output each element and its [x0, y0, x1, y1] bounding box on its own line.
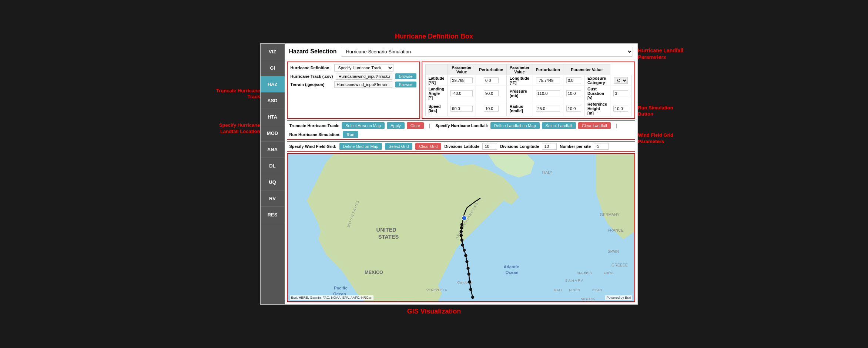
svg-text:Ocean: Ocean: [505, 270, 518, 275]
landing-angle-pert[interactable]: [476, 86, 506, 101]
map-container[interactable]: M O U N T A I N S A P P A L A C H I A N …: [287, 153, 636, 302]
radius-label: Radius [nmile]: [506, 101, 533, 116]
svg-point-34: [459, 234, 462, 237]
svg-point-29: [465, 260, 468, 263]
action-row: Truncate Hurricane Track: Select Area on…: [287, 120, 636, 140]
param-row-2: Landing Angle [°] Pressure [mb] Gust Dur…: [425, 86, 631, 101]
svg-text:Pacific: Pacific: [334, 286, 348, 290]
ref-height-label: Reference Height [m]: [584, 101, 610, 116]
sidebar-item-asd[interactable]: ASD: [261, 93, 285, 109]
col-label-1: [425, 64, 448, 75]
exposure-select: C: [614, 77, 628, 84]
truncate-clear-button[interactable]: Clear: [407, 122, 424, 129]
scenario-select[interactable]: Hurricane Scenario Simulation: [341, 47, 633, 57]
map-svg: M O U N T A I N S A P P A L A C H I A N …: [288, 154, 635, 302]
svg-point-36: [460, 226, 463, 229]
col-param-2: Parameter Value: [506, 64, 533, 75]
gust-duration-label: Gust Duration [s]: [584, 86, 610, 101]
svg-point-32: [461, 243, 464, 246]
parameters-panel: Parameter Value Perturbation Parameter V…: [422, 62, 636, 119]
svg-text:UNITED: UNITED: [376, 226, 396, 232]
svg-text:MEXICO: MEXICO: [365, 270, 383, 275]
map-attribution-right: Powered by Esri: [605, 295, 633, 300]
page-title: Hazard Selection: [289, 48, 337, 55]
annotation-run-simulation: Run Simulation Button: [638, 105, 686, 117]
terrain-input[interactable]: [334, 81, 392, 88]
param-row-1: Latitude [°N] Longitude [°E] Exposure Ca…: [425, 75, 631, 86]
sidebar-item-rv[interactable]: RV: [261, 190, 285, 207]
pressure-value[interactable]: [533, 86, 563, 101]
annotation-landfall-params: Hurricane Landfall Parameters: [638, 47, 686, 60]
exposure-label: Exposure Category: [584, 75, 610, 86]
terrain-browse-button[interactable]: Browse: [395, 82, 416, 87]
parameters-table: Parameter Value Perturbation Parameter V…: [425, 64, 632, 116]
truncate-apply-button[interactable]: Apply: [387, 122, 405, 129]
sidebar-item-uq[interactable]: UQ: [261, 174, 285, 190]
hurricane-definition-label: Hurricane Definition: [291, 66, 331, 70]
svg-point-30: [464, 254, 467, 257]
num-per-site-label: Number per site: [560, 144, 591, 149]
svg-point-37: [460, 223, 463, 226]
landing-angle-value[interactable]: [448, 86, 476, 101]
speed-pert[interactable]: [476, 101, 506, 116]
sidebar-item-mod[interactable]: MOD: [261, 125, 285, 142]
landing-angle-label: Landing Angle [°]: [425, 86, 448, 101]
svg-text:VENEZUELA: VENEZUELA: [426, 288, 447, 292]
num-per-site-input[interactable]: [594, 143, 609, 150]
svg-point-24: [471, 295, 474, 298]
hurricane-track-input[interactable]: [336, 73, 392, 80]
define-grid-button[interactable]: Define Grid on Map: [339, 143, 382, 150]
sidebar-item-res[interactable]: RES: [261, 207, 285, 223]
map-attribution-left: Esri, HERE, Garmin, FAO, NOAA, EPA, AAFC…: [290, 295, 374, 300]
sidebar-item-gi[interactable]: GI: [261, 60, 285, 76]
speed-label: Speed [kts]: [425, 101, 448, 116]
div-lat-input[interactable]: [482, 143, 497, 150]
svg-text:SPAIN: SPAIN: [607, 249, 619, 253]
sidebar-item-haz[interactable]: HAZ: [261, 76, 285, 93]
truncate-select-area-button[interactable]: Select Area on Map: [342, 122, 385, 129]
lat-value[interactable]: [448, 75, 476, 86]
svg-text:LIBYA: LIBYA: [604, 271, 614, 275]
radius-value[interactable]: [533, 101, 563, 116]
define-landfall-button[interactable]: Define Landfall on Map: [490, 122, 540, 129]
svg-point-26: [468, 280, 471, 283]
clear-landfall-button[interactable]: Clear Landfall: [578, 122, 611, 129]
run-button[interactable]: Run: [343, 131, 358, 138]
truncate-label: Truncate Hurricane Track:: [289, 123, 340, 128]
div-lon-label: Divisions Longitude: [500, 144, 539, 149]
header: Hazard Selection Hurricane Scenario Simu…: [285, 44, 638, 60]
hurricane-definition-select[interactable]: Specify Hurricane Track: [334, 64, 393, 72]
select-landfall-button[interactable]: Select Landfall: [542, 122, 576, 129]
param-row-3: Speed [kts] Radius [nmile] Reference Hei…: [425, 101, 631, 116]
annotation-truncate: Truncate Hurricane Track: [212, 88, 260, 100]
sidebar-item-ana[interactable]: ANA: [261, 142, 285, 158]
svg-point-28: [466, 266, 469, 269]
col-param-1: Parameter Value: [448, 64, 476, 75]
select-grid-button[interactable]: Select Grid: [385, 143, 412, 150]
lon-value[interactable]: [533, 75, 563, 86]
specify-landfall-label: Specify Hurricane Landfall:: [435, 123, 488, 128]
pressure-label: Pressure [mb]: [506, 86, 533, 101]
svg-text:ALGERIA: ALGERIA: [577, 271, 592, 275]
sidebar-item-hta[interactable]: HTA: [261, 109, 285, 125]
lat-pert[interactable]: [476, 75, 506, 86]
svg-text:ITALY: ITALY: [542, 170, 552, 174]
hurricane-track-browse-button[interactable]: Browse: [395, 73, 416, 79]
pressure-pert[interactable]: [563, 86, 584, 101]
radius-pert[interactable]: [563, 101, 584, 116]
sidebar-item-viz[interactable]: VIZ: [261, 44, 285, 60]
lon-label: Longitude [°E]: [506, 75, 533, 86]
gust-duration-value[interactable]: [610, 86, 631, 101]
exposure-value[interactable]: C: [610, 75, 631, 86]
hurricane-definition-panel: Hurricane Definition Specify Hurricane T…: [287, 62, 420, 119]
annotation-wind-field: Wind Field Grid Parameters: [638, 132, 686, 145]
svg-point-35: [459, 230, 462, 233]
lon-pert[interactable]: [563, 75, 584, 86]
annotation-top: Hurricane Definition Box: [395, 33, 473, 40]
svg-text:S A H A R A: S A H A R A: [565, 279, 584, 282]
ref-height-value[interactable]: [610, 101, 631, 116]
sidebar-item-dl[interactable]: DL: [261, 158, 285, 174]
clear-grid-button[interactable]: Clear Grid: [415, 143, 441, 150]
speed-value[interactable]: [448, 101, 476, 116]
div-lon-input[interactable]: [542, 143, 557, 150]
